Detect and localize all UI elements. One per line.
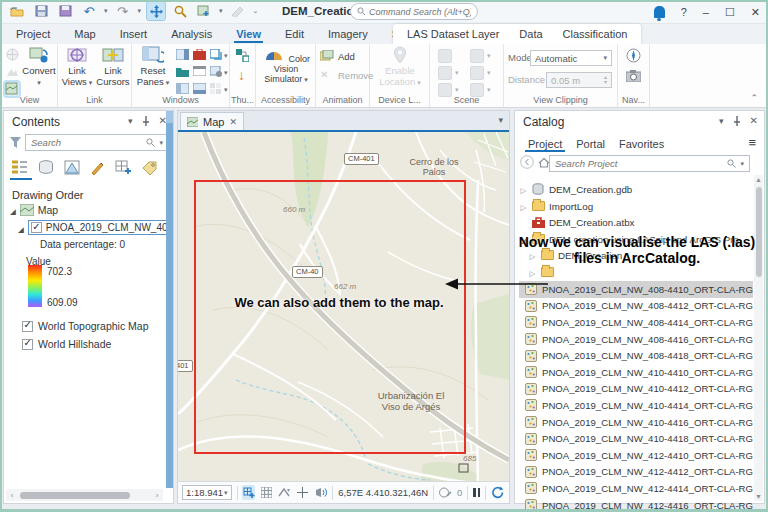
basemap-layer-row[interactable]: World Topographic Map bbox=[22, 317, 149, 335]
clip-distance-input[interactable]: 0.05 m ▴▾ bbox=[546, 72, 612, 88]
layer-checkbox[interactable] bbox=[31, 222, 42, 233]
ribbon-tab[interactable]: Map bbox=[62, 24, 107, 44]
catalog-item-atbx[interactable]: DEM_Creation.atbx bbox=[519, 214, 752, 230]
map-view-tab[interactable]: Map ✕ bbox=[180, 112, 244, 131]
ribbon-tab[interactable]: Imagery bbox=[316, 24, 380, 44]
scroll-right-icon[interactable]: › bbox=[151, 491, 163, 500]
globe-view-icon[interactable] bbox=[6, 48, 20, 62]
project-pane-icon[interactable] bbox=[176, 49, 190, 63]
scene-cards-icon[interactable] bbox=[470, 66, 484, 80]
command-search-input[interactable] bbox=[369, 7, 471, 17]
feedback-icon[interactable] bbox=[314, 485, 327, 500]
selection-count-icon[interactable] bbox=[439, 485, 452, 500]
camera-icon[interactable] bbox=[626, 70, 640, 84]
coordinates-readout[interactable]: 6,57E 4.410.321,46N bbox=[338, 487, 428, 498]
collapse-ribbon-icon[interactable]: ⌃ bbox=[750, 93, 758, 103]
catalog-close-icon[interactable]: ✕ bbox=[750, 115, 758, 126]
catalog-search-input[interactable] bbox=[555, 158, 723, 169]
list-by-data-source-icon[interactable] bbox=[36, 158, 55, 177]
list-by-selection-icon[interactable] bbox=[62, 158, 81, 177]
catalog-las-file[interactable]: PNOA_2019_CLM_NW_412-4414_ORT-CLA-RGB.la… bbox=[519, 480, 753, 497]
expand-caret-icon[interactable] bbox=[519, 201, 528, 212]
convert-button[interactable]: Convert bbox=[22, 46, 56, 87]
help-icon[interactable]: ? bbox=[681, 6, 687, 18]
expand-caret-icon[interactable] bbox=[519, 184, 528, 195]
layer-map[interactable]: Map bbox=[10, 204, 58, 216]
add-data-icon[interactable] bbox=[195, 2, 213, 20]
contents-horizontal-scrollbar[interactable]: ‹ › bbox=[6, 489, 163, 501]
link-cursors-button[interactable]: Link Cursors bbox=[96, 46, 130, 87]
catalog-tab[interactable]: Favorites bbox=[612, 135, 671, 152]
remove-animation-label[interactable]: Remove bbox=[338, 70, 373, 81]
scene-layers-icon[interactable] bbox=[438, 49, 452, 63]
catalog-item-gdb[interactable]: DEM_Creation.gdb bbox=[519, 181, 752, 197]
filter-icon[interactable] bbox=[10, 137, 21, 148]
undo-icon[interactable]: ↶ bbox=[80, 2, 98, 20]
linked-views-icon[interactable] bbox=[236, 49, 250, 63]
search-options-chevron-icon[interactable]: ▾ bbox=[740, 160, 744, 168]
grid-toggle-icon[interactable] bbox=[260, 485, 273, 500]
scene-surface-dropdown-icon[interactable]: ▾ bbox=[455, 69, 459, 77]
list-by-drawing-order-icon[interactable] bbox=[10, 158, 29, 177]
save-as-icon[interactable] bbox=[56, 2, 74, 20]
ribbon-tab[interactable]: View bbox=[224, 24, 273, 44]
menu-icon[interactable]: ≡ bbox=[748, 135, 756, 150]
explore-tool-icon[interactable] bbox=[147, 2, 165, 20]
layer-checkbox[interactable] bbox=[22, 321, 33, 332]
reset-panes-button[interactable]: Reset Panes bbox=[134, 46, 172, 87]
scroll-thumb[interactable] bbox=[20, 492, 130, 499]
pane-settings-dropdown-icon[interactable]: ▾ bbox=[224, 69, 228, 77]
catalog-las-file[interactable]: PNOA_2019_CLM_NW_410-4410_ORT-CLA-RGB.la… bbox=[519, 364, 753, 381]
catalog-las-file[interactable]: PNOA_2019_CLM_NW_412-4412_ORT-CLA-RGB.la… bbox=[519, 464, 753, 481]
scroll-left-icon[interactable]: ‹ bbox=[6, 491, 18, 500]
ribbon-tab[interactable]: Edit bbox=[273, 24, 316, 44]
link-views-button[interactable]: Link Views bbox=[60, 46, 94, 87]
tab-list-chevron-icon[interactable]: ▾ bbox=[498, 115, 503, 125]
contextual-ribbon-tab[interactable]: LAS Dataset Layer bbox=[397, 24, 509, 44]
crosshair-icon[interactable] bbox=[296, 485, 309, 500]
scroll-down-icon[interactable]: ▼ bbox=[754, 493, 763, 500]
contents-menu-chevron-icon[interactable]: ▾ bbox=[128, 116, 133, 126]
catalog-pane-icon[interactable] bbox=[176, 66, 190, 80]
layer-checkbox[interactable] bbox=[22, 339, 33, 350]
tile-windows-dropdown-icon[interactable]: ▾ bbox=[224, 86, 228, 94]
catalog-las-file[interactable]: PNOA_2019_CLM_NW_408-4410_ORT-CLA-RGB.la… bbox=[519, 281, 753, 298]
add-data-dropdown-icon[interactable]: ▾ bbox=[219, 7, 223, 15]
catalog-item-importlog[interactable]: ImportLog bbox=[519, 198, 752, 214]
catalog-las-file[interactable]: PNOA_2019_CLM_NW_410-4418_ORT-CLA-RGB.la… bbox=[519, 430, 753, 447]
save-project-icon[interactable] bbox=[32, 2, 50, 20]
catalog-las-file[interactable]: PNOA_2019_CLM_NW_412-4410_ORT-CLA-RGB.la… bbox=[519, 447, 753, 464]
map-view-icon[interactable] bbox=[5, 82, 19, 96]
selected-layer-box[interactable]: PNOA_2019_CLM_NW_408-4410_ORT bbox=[28, 220, 168, 235]
catalog-las-file[interactable]: PNOA_2019_CLM_NW_412-4416_ORT-CLA-RGB.la… bbox=[519, 497, 753, 512]
list-by-labeling-icon[interactable] bbox=[140, 158, 159, 177]
snapping-toggle-icon[interactable] bbox=[242, 485, 255, 500]
scene-cards-dropdown-icon[interactable]: ▾ bbox=[487, 69, 491, 77]
expand-caret-icon[interactable] bbox=[528, 267, 537, 278]
catalog-las-file[interactable]: PNOA_2019_CLM_NW_410-4414_ORT-CLA-RGB.la… bbox=[519, 397, 753, 414]
contents-search[interactable]: ▾ bbox=[25, 134, 169, 151]
catalog-las-file[interactable]: PNOA_2019_CLM_NW_410-4416_ORT-CLA-RGB.la… bbox=[519, 414, 753, 431]
dynamic-constraints-icon[interactable] bbox=[278, 485, 291, 500]
pause-drawing-icon[interactable] bbox=[473, 488, 480, 497]
map-canvas[interactable]: CM-401 Cerro de los Palos 660 m CM-40 66… bbox=[178, 132, 509, 484]
scene-view-icon[interactable] bbox=[6, 65, 20, 79]
layer-pnoa[interactable]: PNOA_2019_CLM_NW_408-4410_ORT bbox=[18, 220, 168, 235]
pin-icon[interactable] bbox=[733, 116, 741, 126]
catalog-tab[interactable]: Portal bbox=[569, 135, 612, 152]
catalog-las-file[interactable]: PNOA_2019_CLM_NW_408-4418_ORT-CLA-RGB.la… bbox=[519, 347, 753, 364]
contents-search-input[interactable] bbox=[31, 137, 142, 148]
scene-effects-icon[interactable] bbox=[470, 49, 484, 63]
close-tab-icon[interactable]: ✕ bbox=[229, 117, 237, 127]
contextual-ribbon-tab[interactable]: Data bbox=[509, 24, 552, 44]
scene-surface-icon[interactable] bbox=[438, 66, 452, 80]
color-vision-simulator-button[interactable]: Color Vision Simulator bbox=[257, 46, 315, 85]
notifications-icon[interactable] bbox=[654, 6, 665, 18]
pane-settings-icon[interactable] bbox=[210, 66, 224, 80]
add-animation-label[interactable]: Add bbox=[338, 51, 355, 62]
refresh-icon[interactable] bbox=[491, 485, 505, 500]
contents-vertical-scrollbar[interactable] bbox=[166, 111, 173, 488]
close-icon[interactable]: ✕ bbox=[751, 6, 760, 19]
scroll-up-icon[interactable]: ▲ bbox=[754, 176, 763, 183]
spinner-icon[interactable]: ▴▾ bbox=[604, 75, 607, 86]
